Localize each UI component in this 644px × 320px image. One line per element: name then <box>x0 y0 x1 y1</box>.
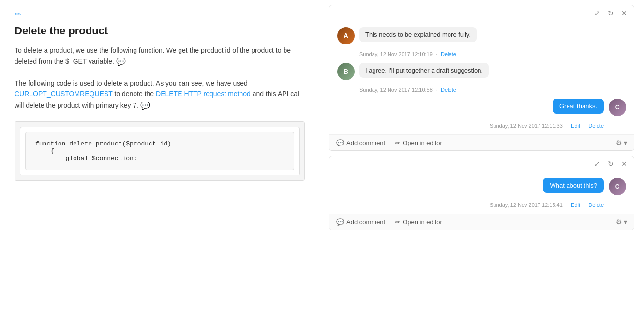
bubble-3: Great thanks. <box>553 99 604 114</box>
intro-text: To delete a product, we use the followin… <box>15 45 305 68</box>
comment-entry-1: A This needs to be explained more fully. <box>337 27 626 44</box>
body-text: The following code is used to delete a p… <box>15 78 305 112</box>
avatar-4: C <box>609 178 626 195</box>
add-comment-btn-2[interactable]: 💬 Add comment <box>336 218 385 226</box>
bubble-2: I agree, I'll put together a draft sugge… <box>359 63 489 78</box>
gear-btn-1[interactable]: ⚙ ▾ <box>616 139 627 146</box>
thread-2-messages: C What about this? Sunday, 12 Nov 2017 1… <box>329 172 634 214</box>
comment-thread-1: ⤢ ↻ ✕ A This needs to be explained more … <box>329 5 634 151</box>
resize-icon-btn-2[interactable]: ⤢ <box>592 159 602 169</box>
thread-2-header: ⤢ ↻ ✕ <box>329 156 634 172</box>
add-comment-btn-1[interactable]: 💬 Add comment <box>336 139 385 146</box>
gear-icon-2: ⚙ <box>616 218 622 226</box>
open-editor-btn-2[interactable]: ✏ Open in editor <box>395 218 442 226</box>
gear-btn-2[interactable]: ⚙ ▾ <box>616 218 627 226</box>
refresh-icon-btn-2[interactable]: ↻ <box>606 159 615 169</box>
right-panel: ⤢ ↻ ✕ A This needs to be explained more … <box>319 0 644 320</box>
close-icon-btn-1[interactable]: ✕ <box>619 8 629 18</box>
avatar-2: B <box>337 63 355 80</box>
comment-entry-3: C Great thanks. <box>337 99 626 116</box>
thread-1-header: ⤢ ↻ ✕ <box>329 5 634 21</box>
comment-meta-1: Sunday, 12 Nov 2017 12:10:19 · Delete <box>359 51 626 57</box>
comment-meta-2: Sunday, 12 Nov 2017 12:10:58 · Delete <box>359 87 626 93</box>
avatar-3: C <box>609 99 626 116</box>
speech-bubble-icon-1: 💬 <box>336 139 344 146</box>
left-panel: ✏ Delete the product To delete a product… <box>0 0 319 320</box>
code-block: function delete_product($product_id) { g… <box>25 132 294 170</box>
speech-bubble-icon-2: 💬 <box>336 218 344 226</box>
thread-1-actions: 💬 Add comment ✏ Open in editor ⚙ ▾ <box>329 134 634 150</box>
comment-thread-2: ⤢ ↻ ✕ C What about this? Sunday, 12 Nov … <box>329 156 634 230</box>
close-icon-btn-2[interactable]: ✕ <box>619 159 629 169</box>
open-editor-btn-1[interactable]: ✏ Open in editor <box>395 139 442 146</box>
bubble-4: What about this? <box>543 178 604 193</box>
edit-link-1[interactable]: Edit <box>571 123 580 129</box>
comment-meta-4: Sunday, 12 Nov 2017 12:15:41 · Edit · De… <box>337 202 604 208</box>
delete-link-2[interactable]: Delete <box>441 87 456 93</box>
thread-2-actions: 💬 Add comment ✏ Open in editor ⚙ ▾ <box>329 214 634 230</box>
comment-entry-2: B I agree, I'll put together a draft sug… <box>337 63 626 80</box>
http-method-reference: DELETE HTTP request method <box>156 90 251 98</box>
comment-meta-3: Sunday, 12 Nov 2017 12:11:33 · Edit · De… <box>337 123 604 129</box>
thread-1-messages: A This needs to be explained more fully.… <box>329 21 634 134</box>
code-block-wrapper: function delete_product($product_id) { g… <box>20 127 300 175</box>
page-title: Delete the product <box>15 25 305 37</box>
delete-link-1[interactable]: Delete <box>441 51 456 57</box>
avatar-1: A <box>337 27 355 44</box>
edit-icon[interactable]: ✏ <box>15 10 305 19</box>
pencil-icon-2: ✏ <box>395 218 400 226</box>
delete-link-4[interactable]: Delete <box>588 202 604 208</box>
code-block-outer: function delete_product($product_id) { g… <box>15 121 305 181</box>
comment-entry-4: C What about this? <box>337 178 626 195</box>
comment-bubble-icon[interactable]: 💬 <box>116 56 126 68</box>
chevron-down-icon-2: ▾ <box>624 218 627 226</box>
pencil-icon-1: ✏ <box>395 139 400 146</box>
chevron-down-icon-1: ▾ <box>624 139 627 146</box>
bubble-1: This needs to be explained more fully. <box>359 27 477 42</box>
edit-link-2[interactable]: Edit <box>571 202 580 208</box>
refresh-icon-btn-1[interactable]: ↻ <box>606 8 615 18</box>
comment-bubble-icon-2[interactable]: 💬 <box>140 100 150 112</box>
resize-icon-btn-1[interactable]: ⤢ <box>592 8 602 18</box>
delete-link-3[interactable]: Delete <box>588 123 604 129</box>
gear-icon-1: ⚙ <box>616 139 622 146</box>
code-reference: CURLOPT_CUSTOMREQUEST <box>15 90 113 98</box>
